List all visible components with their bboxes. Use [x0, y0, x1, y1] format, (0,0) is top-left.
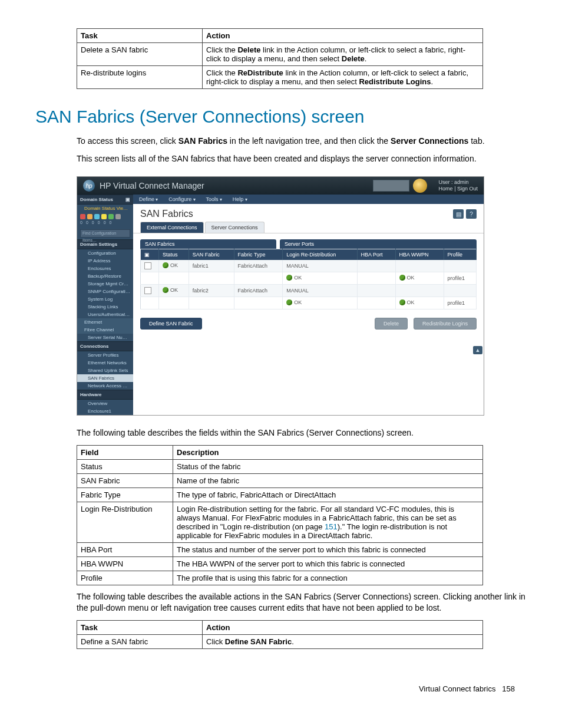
status-ok-icon: OK — [163, 262, 178, 268]
profile-link[interactable]: profile1 — [444, 272, 476, 285]
page-footer: Virtual Connect fabrics 158 — [35, 684, 527, 693]
col-login[interactable]: Login Re-Distribution — [283, 249, 357, 261]
help-icon[interactable]: ? — [466, 209, 477, 219]
status-icon-critical[interactable] — [80, 214, 85, 219]
scroll-top-icon[interactable]: ▲ — [473, 346, 482, 354]
menu-configure[interactable]: Configure — [168, 196, 195, 202]
col-fabric-type[interactable]: Fabric Type — [234, 249, 283, 261]
sidebar-item[interactable]: Shared Uplink Sets — [77, 367, 133, 374]
tab-server-connections[interactable]: Server Connections — [205, 222, 265, 233]
sidebar-item[interactable]: Network Access Groups — [77, 382, 133, 390]
fabric-link[interactable]: fabric1 — [189, 260, 234, 272]
sidebar-item[interactable]: System Log — [77, 295, 133, 303]
menu-define[interactable]: Define — [139, 196, 158, 202]
top-task-table: Task Action Delete a SAN fabric Click th… — [77, 28, 483, 89]
actions-header-task: Task — [77, 620, 203, 634]
hp-logo-icon: hp — [83, 180, 95, 192]
search-input[interactable] — [373, 180, 409, 192]
actions-table: Task Action Define a SAN fabric Click De… — [77, 620, 483, 649]
fields-header-description: Description — [173, 445, 483, 459]
sidebar-item[interactable]: Server Serial Numbers — [77, 334, 133, 341]
profile-link[interactable]: profile1 — [444, 297, 476, 309]
fabric-link[interactable]: fabric2 — [189, 285, 234, 297]
status-ok-icon: OK — [399, 299, 415, 305]
col-san-fabric[interactable]: SAN Fabric — [189, 249, 234, 261]
sidebar-item[interactable]: Enclosure1 — [77, 407, 133, 415]
table-row: Login Re-Distribution Login Re-distribut… — [77, 502, 483, 542]
status-ok-icon: OK — [286, 275, 302, 281]
sidebar-item[interactable]: Storage Mgmt Credentials — [77, 280, 133, 288]
table-row: ProfileThe profile that is using this fa… — [77, 571, 483, 585]
table-row[interactable]: OK fabric1 FabricAttach MANUAL — [141, 260, 477, 272]
delete-button[interactable]: Delete — [375, 318, 408, 330]
status-icon-info[interactable] — [94, 214, 100, 219]
sidebar-item[interactable]: IP Address — [77, 257, 133, 265]
status-icon-minor[interactable] — [101, 214, 107, 219]
signout-link[interactable]: Sign Out — [457, 186, 478, 192]
top-table-header-action: Action — [203, 29, 483, 43]
sidebar-section-hardware[interactable]: Hardware — [77, 390, 133, 400]
table-row: Define a SAN fabric Click Define SAN Fab… — [77, 634, 483, 648]
table-row[interactable]: OK OK profile1 — [141, 297, 477, 309]
actions-intro: The following table describes the availa… — [77, 591, 527, 614]
define-san-fabric-button[interactable]: Define SAN Fabric — [140, 318, 202, 330]
row-checkbox[interactable] — [144, 262, 151, 269]
sidebar-section-connections[interactable]: Connections — [77, 341, 133, 351]
table-row: HBA PortThe status and number of the ser… — [77, 542, 483, 556]
fields-intro: The following table describes the fields… — [77, 427, 527, 439]
actions-header-action: Action — [203, 620, 483, 634]
status-icon-ok[interactable] — [108, 214, 114, 219]
sidebar-item[interactable]: Overview — [77, 400, 133, 407]
sidebar-item[interactable]: Ethernet Networks — [77, 359, 133, 367]
row-checkbox[interactable] — [144, 287, 151, 294]
menu-help[interactable]: Help — [233, 196, 247, 202]
sidebar-item-fibre[interactable]: Fibre Channel — [77, 326, 133, 334]
home-link[interactable]: Home — [439, 186, 453, 192]
sidebar-item[interactable]: Enclosures — [77, 265, 133, 272]
menubar: Define Configure Tools Help — [133, 195, 484, 204]
intro-paragraph-2: This screen lists all of the SAN fabrics… — [77, 153, 527, 165]
column-group-server-ports: Server Ports — [280, 239, 477, 249]
fields-table: Field Description StatusStatus of the fa… — [77, 445, 483, 585]
collapse-icon[interactable]: ▣ — [125, 197, 130, 202]
col-hba-wwpn[interactable]: HBA WWPN — [395, 249, 444, 261]
print-icon[interactable]: ▤ — [453, 209, 464, 219]
sidebar-filter-input[interactable]: Find Configuration Items… — [80, 229, 130, 238]
vcm-titlebar: hp HP Virtual Connect Manager User : adm… — [77, 177, 484, 195]
redistribute-logins-button[interactable]: Redistribute Logins — [414, 318, 477, 330]
status-ok-icon: OK — [286, 299, 302, 305]
sidebar-item[interactable]: Stacking Links — [77, 303, 133, 311]
page-link[interactable]: 151 — [325, 522, 338, 531]
sidebar-section-domain-status: Domain Status▣ — [77, 195, 133, 205]
sidebar-item[interactable]: SNMP Configuration — [77, 288, 133, 295]
sidebar-status-row[interactable]: Domain Status View Legend… — [77, 205, 133, 212]
status-icon-unknown[interactable] — [115, 214, 121, 219]
menu-tools[interactable]: Tools — [206, 196, 222, 202]
user-area: User : admin Home | Sign Out — [439, 179, 478, 193]
table-row[interactable]: OK fabric2 FabricAttach MANUAL — [141, 285, 477, 297]
table-row: HBA WWPNThe HBA WWPN of the server port … — [77, 556, 483, 571]
sidebar-item-ethernet[interactable]: Ethernet — [77, 318, 133, 326]
table-row: Delete a SAN fabric Click the Delete lin… — [77, 43, 483, 66]
table-row[interactable]: OK OK profile1 — [141, 272, 477, 285]
status-ok-icon: OK — [163, 287, 178, 293]
sidebar-item[interactable]: Configuration — [77, 249, 133, 257]
table-row: StatusStatus of the fabric — [77, 459, 483, 473]
main-page-title: SAN Fabrics — [140, 209, 451, 219]
table-row: Re-distribute logins Click the ReDistrib… — [77, 66, 483, 89]
sidebar-item[interactable]: Users/Authentication — [77, 311, 133, 318]
san-fabrics-table: ▣ Status SAN Fabric Fabric Type Login Re… — [140, 249, 477, 309]
sidebar-item[interactable]: Backup/Restore — [77, 272, 133, 280]
sidebar-item[interactable]: Server Profiles — [77, 351, 133, 359]
col-status[interactable]: Status — [159, 249, 189, 261]
intro-paragraph-1: To access this screen, click SAN Fabrics… — [77, 136, 527, 147]
vcm-main: Define Configure Tools Help SAN Fabrics … — [133, 195, 484, 415]
col-profile[interactable]: Profile — [444, 249, 476, 261]
status-icon-warning[interactable] — [87, 214, 92, 219]
sidebar-item-san-fabrics[interactable]: SAN Fabrics — [77, 374, 133, 382]
tab-external-connections[interactable]: External Connections — [140, 222, 204, 233]
status-ok-icon: OK — [399, 275, 415, 281]
search-icon[interactable] — [413, 179, 427, 193]
col-hba-port[interactable]: HBA Port — [357, 249, 395, 261]
col-checkbox[interactable]: ▣ — [141, 249, 159, 261]
